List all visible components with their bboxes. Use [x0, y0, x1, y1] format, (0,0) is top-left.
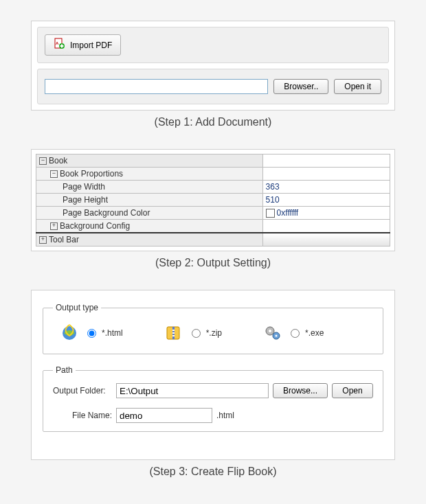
output-folder-label: Output Folder:: [53, 386, 112, 396]
svg-text:A: A: [56, 41, 59, 45]
tree-leaf-page-bg-color: Page Background Color: [36, 207, 263, 220]
tree-leaf-page-width: Page Width: [36, 181, 263, 194]
step3-caption: (Step 3: Create Flip Book): [31, 466, 395, 478]
file-name-input[interactable]: [116, 408, 212, 423]
browser-button[interactable]: Browser..: [273, 79, 328, 94]
value-page-bg-color[interactable]: 0xffffff: [262, 207, 390, 220]
svg-rect-9: [172, 332, 175, 334]
globe-icon: [60, 323, 79, 343]
radio-zip-label: *.zip: [206, 328, 222, 338]
svg-point-14: [276, 335, 278, 337]
radio-html[interactable]: [87, 329, 96, 338]
svg-point-12: [269, 330, 271, 332]
value-page-height[interactable]: 510: [262, 194, 390, 207]
pdf-path-input[interactable]: [45, 79, 268, 94]
collapse-icon[interactable]: −: [50, 170, 58, 178]
radio-exe[interactable]: [291, 329, 300, 338]
radio-zip[interactable]: [192, 329, 201, 338]
tree-node-book[interactable]: −Book: [36, 154, 263, 168]
pdf-import-icon: A: [54, 38, 66, 52]
step3-panel: Output type *.html: [31, 290, 395, 460]
radio-exe-label: *.exe: [305, 328, 324, 338]
svg-rect-8: [172, 330, 175, 331]
value-page-width[interactable]: 363: [262, 181, 390, 194]
output-folder-input[interactable]: [116, 383, 269, 398]
browse-button[interactable]: Browse...: [273, 383, 328, 398]
svg-rect-4: [60, 45, 64, 47]
zip-icon: [164, 323, 183, 343]
settings-tree: −Book −Book Proportions Page Width 363 P…: [36, 154, 390, 247]
output-type-fieldset: Output type *.html: [43, 303, 383, 354]
color-swatch-icon: [266, 209, 275, 218]
expand-icon[interactable]: +: [50, 222, 58, 230]
tree-node-tool-bar[interactable]: +Tool Bar: [36, 233, 263, 247]
import-pdf-label: Import PDF: [70, 41, 112, 50]
path-fieldset: Path Output Folder: Browse... Open File …: [43, 365, 383, 432]
step1-panel: A Import PDF Browser.. Open it: [31, 21, 395, 111]
radio-html-label: *.html: [102, 328, 123, 338]
expand-icon[interactable]: +: [39, 236, 47, 244]
step2-caption: (Step 2: Output Setting): [31, 257, 395, 269]
output-type-legend: Output type: [53, 303, 101, 312]
tree-node-book-proportions[interactable]: −Book Proportions: [36, 168, 263, 181]
step1-caption: (Step 1: Add Document): [31, 116, 395, 128]
svg-rect-10: [172, 335, 175, 336]
import-pdf-button[interactable]: A Import PDF: [45, 34, 121, 56]
open-button[interactable]: Open: [332, 383, 373, 398]
exe-gears-icon: [263, 323, 282, 343]
tree-leaf-page-height: Page Height: [36, 194, 263, 207]
file-name-label: File Name:: [67, 411, 112, 420]
file-ext-label: .html: [216, 411, 234, 420]
open-it-button[interactable]: Open it: [334, 79, 381, 94]
collapse-icon[interactable]: −: [39, 157, 47, 165]
step2-panel: −Book −Book Proportions Page Width 363 P…: [31, 149, 395, 251]
tree-node-background-config[interactable]: +Background Config: [36, 220, 263, 233]
path-legend: Path: [53, 365, 76, 375]
